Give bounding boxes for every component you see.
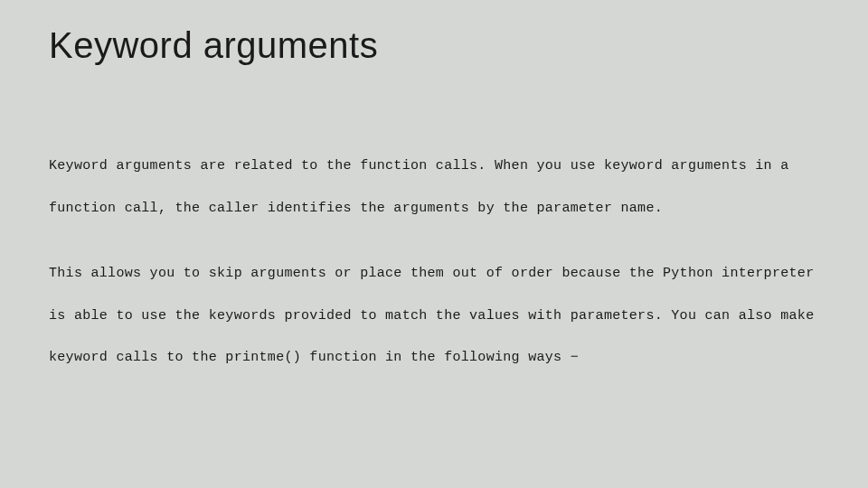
paragraph-1: Keyword arguments are related to the fun… xyxy=(49,145,819,230)
slide-title: Keyword arguments xyxy=(49,25,819,66)
slide-body: Keyword arguments are related to the fun… xyxy=(49,145,819,380)
paragraph-2: This allows you to skip arguments or pla… xyxy=(49,253,819,380)
